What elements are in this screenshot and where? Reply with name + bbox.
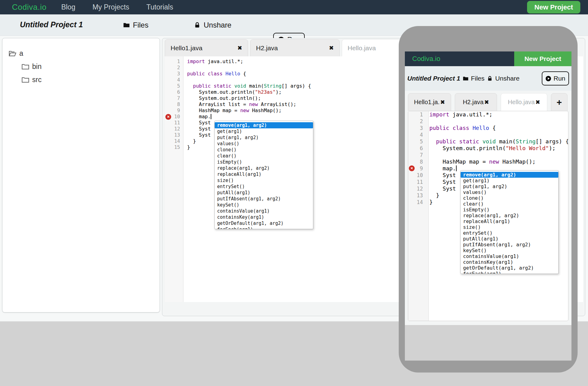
files-button[interactable]: Files [123,14,149,36]
autocomplete-item-replaceall-arg1[interactable]: replaceAll(arg1) [461,218,558,224]
phone-toolbar: Untitled Project 1 Files Unshare Run [405,66,571,91]
lock-icon[interactable] [487,76,493,81]
brand-logo[interactable]: Codiva.io [12,2,47,12]
autocomplete-item-putall-arg1[interactable]: putAll(arg1) [461,236,558,242]
phone-brand-logo[interactable]: Codiva.io [412,51,440,66]
code-text: System.out.println("h23as"); [183,89,281,95]
autocomplete-item-putall-arg1[interactable]: putAll(arg1) [215,190,313,196]
folder-icon[interactable] [463,76,469,81]
tab-label: H2.java [256,44,278,52]
code-text [426,118,429,125]
autocomplete-item-foreach-arg1[interactable]: forEach(arg1) [461,271,558,274]
autocomplete-item-get-arg1[interactable]: get(arg1) [215,128,313,134]
autocomplete-item-replace-arg1-arg2[interactable]: replace(arg1, arg2) [461,213,558,218]
autocomplete-item-replace-arg1-arg2[interactable]: replace(arg1, arg2) [215,165,313,171]
autocomplete-item-keyset[interactable]: keySet() [215,202,313,208]
token: Syst [429,179,456,185]
code-text: Syst [183,126,211,132]
close-tab-icon[interactable]: ✖ [329,45,334,51]
code-line: 6 System.out.println("Hello World"); [408,145,568,152]
unshare-button[interactable]: Unshare [194,14,232,36]
tree-item-label: a [19,49,23,58]
file-tree: abinsrc [2,47,160,86]
tree-item-src[interactable]: src [2,73,160,86]
autocomplete-item-containsvalue-arg1[interactable]: containsValue(arg1) [461,253,558,259]
autocomplete-item-isempty[interactable]: isEmpty() [215,159,313,165]
token [211,83,214,89]
autocomplete-item-entryset[interactable]: entrySet() [461,230,558,236]
line-number: 3 [165,71,183,77]
autocomplete-item-put-arg1-arg2[interactable]: put(arg1, arg2) [461,184,558,189]
autocomplete-item-getordefault-arg1-arg2[interactable]: getOrDefault(arg1, arg2) [215,220,313,226]
tree-item-a[interactable]: a [2,47,160,60]
autocomplete-item-size[interactable]: size() [461,224,558,230]
tree-item-bin[interactable]: bin [2,60,160,73]
token-kw: static [459,138,479,145]
error-marker-icon[interactable]: ✕ [165,114,171,120]
tab-label: Hello.java [348,44,376,52]
autocomplete-item-containskey-arg1[interactable]: containsKey(arg1) [461,259,558,265]
token: Syst [429,185,456,192]
autocomplete-item-put-arg1-arg2[interactable]: put(arg1, arg2) [215,134,313,141]
autocomplete-item-replaceall-arg1[interactable]: replaceAll(arg1) [215,171,313,177]
tab-h2-java[interactable]: H2.java✖ [250,39,340,56]
token [449,125,453,131]
line-number: 8 [408,158,426,165]
code-text: } [183,144,190,150]
autocomplete-item-values[interactable]: values() [461,189,558,195]
autocomplete-item-putifabsent-arg1-arg2[interactable]: putIfAbsent(arg1, arg2) [461,242,558,248]
tab-h2-java[interactable]: H2.java✖ [455,93,497,111]
error-marker-icon[interactable]: ✕ [409,165,415,171]
nav-link-tutorials[interactable]: Tutorials [146,3,173,11]
line-number: 7 [165,95,183,101]
autocomplete-item-putifabsent-arg1-arg2[interactable]: putIfAbsent(arg1, arg2) [215,196,313,202]
line-number: 4 [408,131,426,138]
token: HashMap(); [499,158,536,165]
autocomplete-item-clone[interactable]: clone() [461,195,558,201]
autocomplete-item-isempty[interactable]: isEmpty() [461,207,558,213]
phone-run-button[interactable]: Run [542,71,569,85]
autocomplete-item-size[interactable]: size() [215,177,313,184]
phone-new-project-button[interactable]: New Project [514,51,571,66]
nav-link-my-projects[interactable]: My Projects [92,3,129,11]
code-text: Syst [426,185,456,192]
phone-project-name: Untitled Project 1 [407,75,460,82]
autocomplete-item-containskey-arg1[interactable]: containsKey(arg1) [215,214,313,220]
token: java.util.*; [449,111,492,118]
unshare-label: Unshare [204,21,232,29]
token: HashMap(); [249,108,281,113]
phone-unshare-label[interactable]: Unshare [495,75,519,82]
autocomplete-item-foreach-arg1[interactable]: forEach(arg1) [215,226,313,229]
token-kw: class [453,125,469,131]
autocomplete-item-containsvalue-arg1[interactable]: containsValue(arg1) [215,208,313,214]
autocomplete-item-entryset[interactable]: entrySet() [215,184,313,190]
close-tab-icon[interactable]: ✖ [484,99,489,105]
autocomplete-item-get-arg1[interactable]: get(arg1) [461,178,558,184]
autocomplete-item-values[interactable]: values() [215,141,313,147]
tab-hello1-java[interactable]: Hello1.java✖ [165,39,248,56]
token: ); [549,145,556,151]
autocomplete-item-clear[interactable]: clear() [461,201,558,207]
autocomplete-item-remove-arg1-arg2[interactable]: remove(arg1, arg2) [461,172,558,178]
token: map. [187,114,211,119]
close-tab-icon[interactable]: ✖ [237,45,242,51]
tab-hello1-ja[interactable]: Hello1.ja.✖ [408,93,451,111]
tab-hello-java[interactable]: Hello.java✖ [501,93,547,111]
token: HashMap map = [187,108,240,113]
new-tab-button[interactable]: + [551,93,567,111]
autocomplete-item-clone[interactable]: clone() [215,147,313,153]
autocomplete-item-clear[interactable]: clear() [215,153,313,159]
nav-link-blog[interactable]: Blog [61,3,75,11]
text-cursor [211,114,211,119]
autocomplete-item-keyset[interactable]: keySet() [461,248,558,253]
autocomplete-item-remove-arg1-arg2[interactable]: remove(arg1, arg2) [215,122,313,128]
code-text: } [183,138,196,144]
close-tab-icon[interactable]: ✖ [440,99,445,105]
folder-icon [21,76,29,84]
autocomplete-item-getordefault-arg1-arg2[interactable]: getOrDefault(arg1, arg2) [461,265,558,271]
new-project-button[interactable]: New Project [527,1,580,13]
token-kw: new [489,158,499,165]
phone-files-label[interactable]: Files [471,75,484,82]
close-tab-icon[interactable]: ✖ [535,99,540,105]
files-label: Files [133,21,149,29]
